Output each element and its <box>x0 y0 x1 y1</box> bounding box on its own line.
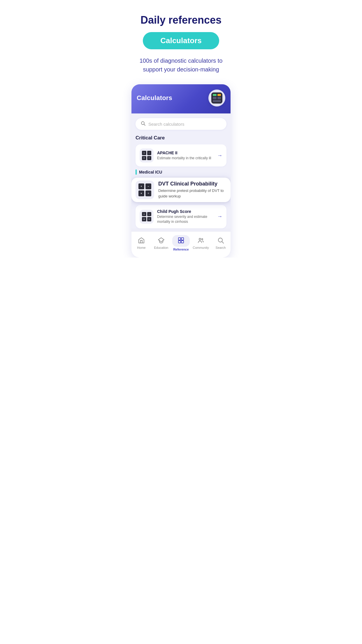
search-bar[interactable]: Search calculators <box>136 118 226 130</box>
dvt-desc: Determine pretest probability of DVT to … <box>158 188 226 199</box>
calculator-icon-circle <box>208 90 225 106</box>
medical-icu-heading: Medical ICU <box>136 169 226 175</box>
icon-key-div: ÷ <box>147 156 152 160</box>
subtitle-text: 100s of diagnostic calculators to suppor… <box>121 56 241 74</box>
section-bar-accent <box>136 169 137 175</box>
icon-key-minus: − <box>147 151 152 155</box>
bottom-navigation: Home Education <box>131 231 231 258</box>
calc-key-2 <box>217 94 221 96</box>
calc-key-wide <box>213 100 221 102</box>
apache-ii-name: APACHE II <box>157 150 214 155</box>
apache-ii-arrow: → <box>217 153 222 159</box>
nav-search[interactable]: Search <box>211 234 231 252</box>
search-icon <box>141 121 145 127</box>
critical-care-heading: Critical Care <box>136 135 226 141</box>
nav-search-icon <box>217 237 224 245</box>
search-placeholder: Search calculators <box>148 122 184 127</box>
apache-ii-card[interactable]: + − × ÷ APACHE II Estimate mortality in … <box>136 144 226 167</box>
nav-home-label: Home <box>137 246 145 249</box>
child-pugh-name: Child Pugh Score <box>157 209 214 214</box>
nav-reference-label: Reference <box>173 248 189 251</box>
child-pugh-text: Child Pugh Score Determine severity and … <box>157 209 214 224</box>
svg-rect-3 <box>181 238 184 240</box>
child-pugh-arrow: → <box>217 214 222 220</box>
child-pugh-card[interactable]: + − × ÷ Child Pugh Score Determine sever… <box>136 205 226 228</box>
page-title: Daily references <box>140 14 222 26</box>
apache-ii-text: APACHE II Estimate mortality in the crit… <box>157 150 214 161</box>
community-icon <box>197 237 204 245</box>
nav-education[interactable]: Education <box>151 234 171 252</box>
calculators-pill-button[interactable]: Calculators <box>143 32 219 49</box>
nav-home[interactable]: Home <box>131 234 151 252</box>
calc-key-4 <box>217 97 221 99</box>
svg-rect-4 <box>178 241 181 243</box>
home-icon <box>138 237 145 245</box>
icon-key-plus: + <box>142 151 146 155</box>
dvt-key-div: ÷ <box>145 190 151 196</box>
child-pugh-desc: Determine severity and estimate mortalit… <box>157 214 214 224</box>
phone-header: Calculators <box>131 84 231 113</box>
nav-education-label: Education <box>154 246 168 249</box>
svg-line-1 <box>144 124 145 125</box>
calc-key-1 <box>213 94 217 96</box>
calculator-icon <box>211 92 222 104</box>
calc-key-3 <box>213 97 217 99</box>
cp-key-div: ÷ <box>147 217 152 221</box>
cp-key-minus: − <box>147 212 152 216</box>
dvt-name: DVT Clinical Probability <box>158 181 226 187</box>
icon-key-times: × <box>142 156 146 160</box>
dvt-key-plus: + <box>138 183 144 189</box>
dvt-icon: + − × ÷ <box>136 181 154 199</box>
phone-mockup: Calculators <box>131 84 231 258</box>
medical-icu-label: Medical ICU <box>139 170 162 174</box>
nav-reference-bg <box>172 235 190 247</box>
nav-community[interactable]: Community <box>191 234 211 252</box>
svg-line-9 <box>222 242 224 243</box>
phone-header-title: Calculators <box>137 94 172 102</box>
child-pugh-icon: + − × ÷ <box>140 210 154 224</box>
svg-point-7 <box>202 239 203 240</box>
education-icon <box>158 237 165 245</box>
dvt-key-times: × <box>138 190 144 196</box>
apache-ii-desc: Estimate mortality in the critically ill <box>157 156 214 161</box>
phone-body: Search calculators Critical Care + − × ÷… <box>131 113 231 228</box>
svg-rect-2 <box>178 238 181 240</box>
dvt-card[interactable]: + − × ÷ DVT Clinical Probability Determi… <box>131 178 231 202</box>
svg-point-6 <box>199 238 201 240</box>
dvt-key-minus: − <box>145 183 151 189</box>
cp-key-times: × <box>142 217 146 221</box>
nav-community-label: Community <box>193 246 209 249</box>
apache-ii-icon: + − × ÷ <box>140 148 154 162</box>
dvt-text: DVT Clinical Probability Determine prete… <box>158 181 226 199</box>
nav-reference[interactable]: Reference <box>171 234 191 252</box>
svg-rect-5 <box>181 241 184 243</box>
page-wrapper: Daily references Calculators 100s of dia… <box>121 0 241 258</box>
cp-key-plus: + <box>142 212 146 216</box>
nav-search-label: Search <box>216 246 226 249</box>
